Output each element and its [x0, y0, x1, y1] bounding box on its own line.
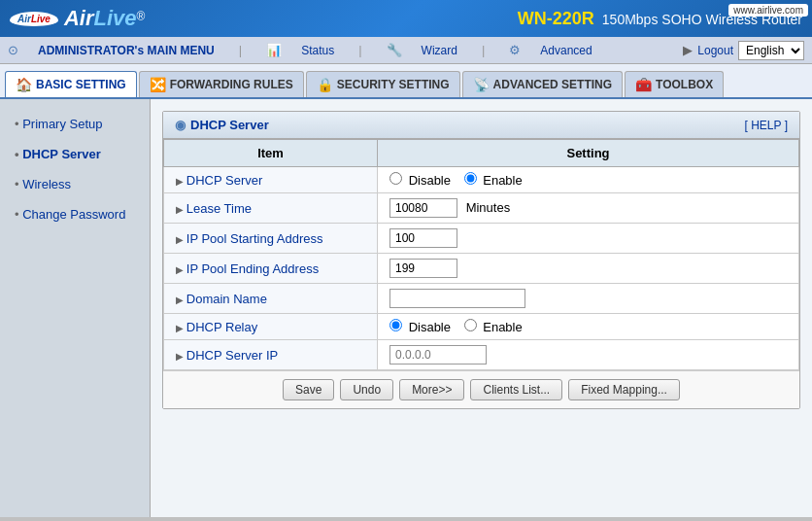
content-area: ◉ DHCP Server [ HELP ] Item Setting DHCP… — [151, 99, 812, 517]
tab-forwarding-label: FORWARDING RULES — [170, 78, 293, 91]
panel-help-link[interactable]: [ HELP ] — [745, 119, 788, 132]
row-setting-domain-name — [378, 284, 799, 314]
row-label-dhcp-server-ip: DHCP Server IP — [164, 340, 378, 370]
ip-pool-end-input[interactable] — [389, 259, 457, 278]
table-row: IP Pool Starting Address — [164, 224, 799, 254]
row-setting-dhcp-server: Disable Enable — [378, 167, 799, 193]
table-row: Lease Time Minutes — [164, 193, 799, 224]
nav-separator3: | — [482, 43, 485, 57]
clients-list-button[interactable]: Clients List... — [470, 379, 562, 400]
nav-status[interactable]: Status — [301, 44, 334, 57]
col-item-header: Item — [164, 140, 378, 167]
more-button[interactable]: More>> — [399, 379, 464, 400]
row-setting-ip-end — [378, 254, 799, 284]
nav-icon-advanced: ⚙ — [509, 43, 521, 57]
tab-toolbox[interactable]: 🧰 TOOLBOX — [625, 71, 724, 97]
tab-security-label: SECURITY SETTING — [337, 78, 450, 91]
tab-basic-label: BASIC SETTING — [36, 78, 126, 91]
nav-advanced[interactable]: Advanced — [540, 44, 592, 57]
nav-icon-admin: ⊙ — [8, 43, 18, 57]
tab-security-setting[interactable]: 🔒 SECURITY SETTING — [306, 71, 460, 97]
logo: Air Live AirLive® — [10, 6, 145, 31]
sidebar-item-wireless[interactable]: Wireless — [0, 169, 150, 199]
button-row: Save Undo More>> Clients List... Fixed M… — [163, 370, 799, 408]
dhcp-enable-radio[interactable] — [464, 172, 477, 185]
row-setting-dhcp-server-ip — [378, 340, 799, 370]
model-name: WN-220R — [518, 9, 594, 29]
table-row: Domain Name — [164, 284, 799, 314]
row-setting-dhcp-relay: Disable Enable — [378, 314, 799, 340]
nav-icon-wizard: 🔧 — [387, 43, 402, 57]
nav-right: ▶ Logout English — [683, 41, 804, 60]
panel-title-icon: ◉ — [175, 118, 186, 132]
sidebar: Primary Setup DHCP Server Wireless Chang… — [0, 99, 151, 517]
row-label-dhcp-relay: DHCP Relay — [164, 314, 378, 340]
settings-table: Item Setting DHCP Server Disable — [163, 139, 799, 370]
tab-forwarding-rules[interactable]: 🔀 FORWARDING RULES — [139, 71, 304, 97]
row-setting-ip-start — [378, 224, 799, 254]
website-badge: www.airlive.com — [728, 4, 808, 17]
tab-basic-setting[interactable]: 🏠 BASIC SETTING — [5, 71, 137, 97]
relay-enable-label[interactable]: Enable — [464, 320, 523, 334]
tab-advanced-setting[interactable]: 📡 ADVANCED SETTING — [462, 71, 623, 97]
tab-security-icon: 🔒 — [317, 77, 333, 92]
dhcp-disable-text: Disable — [409, 173, 451, 188]
panel-header: ◉ DHCP Server [ HELP ] — [163, 112, 799, 139]
nav-admin-menu[interactable]: ADMINISTRATOR's MAIN MENU — [38, 44, 215, 57]
domain-name-input[interactable] — [389, 289, 525, 308]
table-row: DHCP Server IP — [164, 340, 799, 370]
nav-separator2: | — [358, 43, 361, 57]
row-setting-lease-time: Minutes — [378, 193, 799, 224]
language-select[interactable]: English — [738, 41, 804, 60]
nav-separator1: | — [239, 43, 242, 57]
save-button[interactable]: Save — [283, 379, 334, 400]
header: Air Live AirLive® WN-220R 150Mbps SOHO W… — [0, 0, 812, 37]
relay-enable-radio[interactable] — [464, 319, 477, 331]
dhcp-enable-text: Enable — [483, 173, 522, 188]
dhcp-disable-label[interactable]: Disable — [389, 173, 455, 188]
sidebar-item-dhcp-server[interactable]: DHCP Server — [0, 139, 150, 169]
table-row: DHCP Relay Disable Enable — [164, 314, 799, 340]
table-row: IP Pool Ending Address — [164, 254, 799, 284]
navbar: ⊙ ADMINISTRATOR's MAIN MENU | 📊 Status |… — [0, 37, 812, 64]
nav-wizard[interactable]: Wizard — [422, 44, 457, 57]
row-label-ip-end: IP Pool Ending Address — [164, 254, 378, 284]
relay-disable-label[interactable]: Disable — [389, 320, 455, 334]
table-row: DHCP Server Disable Enable — [164, 167, 799, 193]
tab-advanced-label: ADVANCED SETTING — [493, 78, 612, 91]
logo-text: AirLive® — [64, 6, 145, 31]
fixed-mapping-button[interactable]: Fixed Mapping... — [568, 379, 680, 400]
dhcp-enable-label[interactable]: Enable — [464, 173, 523, 188]
ip-pool-start-input[interactable] — [389, 228, 457, 248]
relay-enable-text: Enable — [483, 320, 522, 334]
nav-logout[interactable]: Logout — [697, 44, 733, 57]
lease-time-unit: Minutes — [466, 200, 511, 215]
dhcp-server-ip-input[interactable] — [389, 345, 487, 365]
panel-title: ◉ DHCP Server — [175, 118, 269, 132]
tab-bar: 🏠 BASIC SETTING 🔀 FORWARDING RULES 🔒 SEC… — [0, 64, 812, 99]
sidebar-item-change-password[interactable]: Change Password — [0, 199, 150, 229]
panel-title-text: DHCP Server — [190, 118, 269, 132]
dhcp-disable-radio[interactable] — [389, 172, 402, 185]
nav-icon-status: 📊 — [266, 43, 282, 57]
row-label-ip-start: IP Pool Starting Address — [164, 224, 378, 254]
tab-forwarding-icon: 🔀 — [150, 77, 166, 92]
col-setting-header: Setting — [378, 140, 799, 167]
tab-basic-icon: 🏠 — [16, 77, 32, 92]
row-label-dhcp-server: DHCP Server — [164, 167, 378, 193]
tab-toolbox-label: TOOLBOX — [656, 78, 713, 91]
lease-time-input[interactable] — [389, 198, 457, 218]
row-label-domain-name: Domain Name — [164, 284, 378, 314]
tab-toolbox-icon: 🧰 — [635, 77, 652, 92]
relay-disable-radio[interactable] — [389, 319, 402, 331]
nav-icon-logout: ▶ — [683, 43, 693, 57]
row-label-lease-time: Lease Time — [164, 193, 378, 224]
main-area: Primary Setup DHCP Server Wireless Chang… — [0, 99, 812, 517]
relay-disable-text: Disable — [409, 320, 451, 334]
dhcp-panel: ◉ DHCP Server [ HELP ] Item Setting DHCP… — [162, 111, 800, 409]
tab-advanced-icon: 📡 — [473, 77, 490, 92]
undo-button[interactable]: Undo — [340, 379, 393, 400]
sidebar-item-primary-setup[interactable]: Primary Setup — [0, 109, 150, 139]
